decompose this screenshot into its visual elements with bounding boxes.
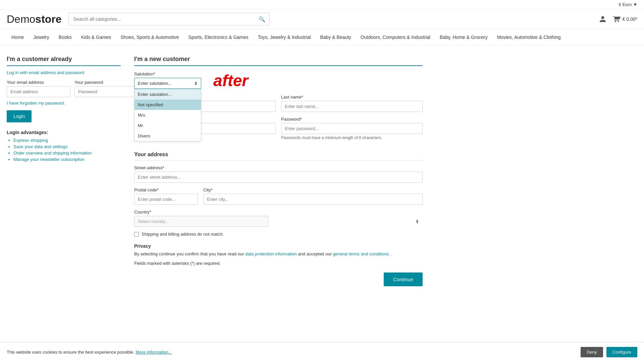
country-select[interactable]: Select country...	[134, 216, 268, 227]
privacy-text-before: By selecting continue you confirm that y…	[134, 251, 245, 256]
salutation-option-not-specified[interactable]: Not specified	[135, 100, 201, 110]
terms-link[interactable]: general terms and conditions	[333, 251, 389, 256]
nav-item-kids-games[interactable]: Kids & Games	[76, 33, 116, 42]
search-input[interactable]	[69, 13, 255, 25]
main-content: I'm a customer already Log in with email…	[0, 46, 429, 296]
existing-customer-title: I'm a customer already	[7, 56, 121, 66]
street-label: Street address*	[134, 165, 423, 170]
advantage-item-0: Express shopping	[13, 138, 121, 143]
account-icon-button[interactable]	[599, 15, 606, 23]
advantages-title: Login advantages:	[7, 130, 121, 135]
city-group: City*	[203, 187, 423, 205]
existing-customer-section: I'm a customer already Log in with email…	[7, 56, 121, 286]
password-group: Your password	[74, 80, 138, 97]
currency-selector[interactable]: € Euro ▼	[619, 2, 637, 7]
salutation-option-enter[interactable]: Enter salutation...	[135, 89, 201, 100]
nav-item-jewelry[interactable]: Jewelry	[29, 33, 54, 42]
privacy-title: Privacy	[134, 243, 423, 249]
nav-item-movies[interactable]: Movies, Automotive & Clothing	[492, 33, 566, 42]
search-icon: 🔍	[259, 16, 265, 22]
new-customer-section: I'm a new customer Salutation* Enter sal…	[134, 56, 423, 286]
street-row: Street address*	[134, 165, 423, 183]
nav-item-toys-jewelry[interactable]: Toys, Jewelry & Industrial	[253, 33, 316, 42]
login-advantages: Login advantages: Express shopping Save …	[7, 130, 121, 162]
top-bar: € Euro ▼	[0, 0, 644, 9]
password-label: Your password	[74, 80, 138, 85]
privacy-text-mid: and accepted our	[298, 251, 333, 256]
nav-item-outdoors[interactable]: Outdoors, Computers & Industrial	[356, 33, 435, 42]
continue-button-wrap: Continue	[134, 273, 423, 286]
forgot-password-link[interactable]: I have forgotten my password.	[7, 101, 121, 106]
email-group: Your email address	[7, 80, 70, 97]
salutation-option-mrs[interactable]: Mrs.	[135, 110, 201, 120]
privacy-text: By selecting continue you confirm that y…	[134, 251, 423, 257]
new-customer-title: I'm a new customer	[134, 56, 423, 66]
shipping-checkbox[interactable]	[134, 232, 139, 237]
salutation-row: Salutation* Enter salutation... ⬍ Enter …	[134, 71, 423, 90]
advantage-item-3: Manage your newsletter subscription	[13, 157, 121, 162]
last-name-input[interactable]	[281, 101, 423, 112]
nav-item-home[interactable]: Home	[7, 33, 29, 42]
salutation-group: Salutation* Enter salutation... ⬍ Enter …	[134, 71, 201, 89]
salutation-option-divers[interactable]: Divers	[135, 131, 201, 141]
nav-item-baby-home[interactable]: Baby, Home & Grocery	[435, 33, 492, 42]
nav-item-sports-electronics[interactable]: Sports, Electronics & Games	[184, 33, 253, 42]
city-input[interactable]	[203, 194, 423, 205]
email-input[interactable]	[7, 86, 70, 97]
nav-item-baby-beauty[interactable]: Baby & Beauty	[315, 33, 356, 42]
country-chevron-icon: ⬍	[415, 219, 419, 224]
logo[interactable]: Demostore	[7, 13, 62, 25]
advantage-item-2: Order overview and shipping information	[13, 150, 121, 156]
new-password-group: Password* Passwords must have a minimum …	[281, 117, 423, 140]
street-input[interactable]	[134, 172, 423, 183]
fields-note: Fields marked with asterisks (*) are req…	[134, 261, 423, 266]
salutation-dropdown: Enter salutation... Not specified Mrs. M…	[134, 89, 201, 141]
street-group: Street address*	[134, 165, 423, 183]
continue-button[interactable]: Continue	[384, 273, 423, 286]
advantage-link-3[interactable]: Manage your newsletter subscription	[13, 157, 85, 162]
salutation-wrapper: Enter salutation... ⬍ Enter salutation..…	[134, 78, 201, 89]
nav-item-books[interactable]: Books	[54, 33, 76, 42]
new-password-label: Password*	[281, 117, 423, 122]
cart-price: € 0,00*	[623, 16, 637, 22]
logo-bold-text: store	[35, 13, 61, 25]
search-button[interactable]: 🔍	[255, 13, 269, 25]
postal-label: Postal code*	[134, 187, 198, 192]
salutation-label: Salutation*	[134, 71, 201, 76]
cart-icon-button[interactable]: € 0,00*	[613, 15, 637, 23]
cart-icon	[613, 15, 621, 23]
postal-group: Postal code*	[134, 187, 198, 205]
currency-chevron-icon: ▼	[633, 2, 637, 7]
nav-item-shoes-sports[interactable]: Shoes, Sports & Automotive	[116, 33, 183, 42]
header-icons: € 0,00*	[599, 15, 637, 23]
advantage-item-1: Save your data and settings	[13, 144, 121, 149]
advantages-list: Express shopping Save your data and sett…	[7, 138, 121, 162]
privacy-section: Privacy By selecting continue you confir…	[134, 243, 423, 266]
logo-light-text: Demo	[7, 13, 35, 25]
last-name-group: Last name*	[281, 95, 423, 112]
main-nav: Home Jewelry Books Kids & Games Shoes, S…	[0, 29, 644, 46]
privacy-text-end: .	[390, 251, 391, 256]
address-title: Your address	[134, 152, 423, 161]
last-name-label: Last name*	[281, 95, 423, 100]
password-input[interactable]	[74, 86, 138, 97]
after-watermark: after	[213, 71, 248, 90]
country-label: Country*	[134, 209, 423, 215]
new-password-input[interactable]	[281, 123, 423, 134]
login-button[interactable]: Login	[7, 110, 32, 122]
advantage-link-1[interactable]: Save your data and settings	[13, 144, 67, 149]
postal-input[interactable]	[134, 194, 198, 205]
data-protection-link[interactable]: data protection information	[245, 251, 297, 256]
country-select-wrap: Select country... ⬍	[134, 216, 423, 227]
salutation-select[interactable]: Enter salutation...	[134, 78, 201, 89]
advantage-link-2[interactable]: Order overview and shipping information	[13, 150, 92, 156]
advantage-link-0[interactable]: Express shopping	[13, 138, 48, 143]
email-label: Your email address	[7, 80, 70, 85]
shipping-checkbox-label: Shipping and billing address do not matc…	[142, 232, 224, 237]
currency-label: € Euro	[619, 2, 632, 7]
login-subtitle: Log in with email address and password	[7, 70, 121, 75]
shipping-checkbox-row: Shipping and billing address do not matc…	[134, 232, 423, 237]
search-bar: 🔍	[68, 13, 270, 25]
login-form-row: Your email address Your password	[7, 80, 121, 97]
salutation-option-mr[interactable]: Mr.	[135, 120, 201, 131]
